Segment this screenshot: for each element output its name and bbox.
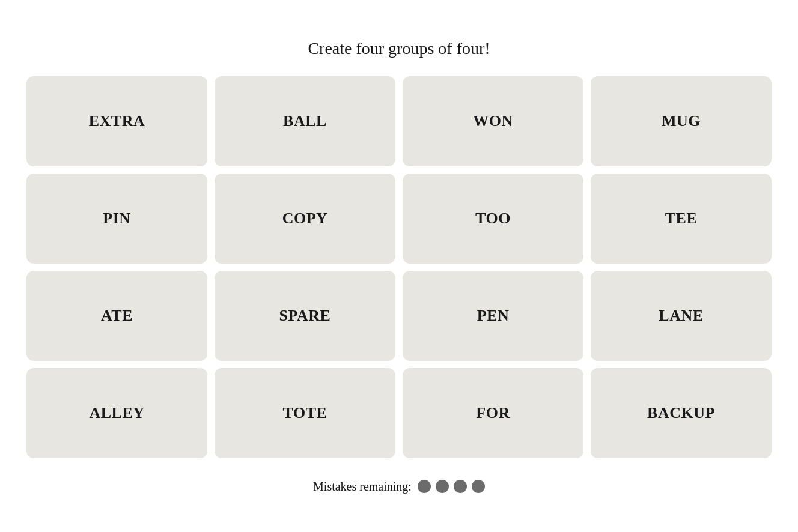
mistake-dot-4 [472,480,485,493]
tile-label-lane: LANE [659,307,703,325]
tile-backup[interactable]: BACKUP [591,368,772,458]
tile-label-too: TOO [475,210,511,228]
tile-label-for: FOR [476,404,510,422]
tile-ball[interactable]: BALL [215,76,395,166]
mistake-dot-1 [418,480,431,493]
tile-too[interactable]: TOO [403,174,583,264]
tile-label-extra: EXTRA [89,112,145,130]
tile-pin[interactable]: PIN [26,174,207,264]
tile-spare[interactable]: SPARE [215,271,395,361]
tile-ate[interactable]: ATE [26,271,207,361]
tile-lane[interactable]: LANE [591,271,772,361]
tile-label-tee: TEE [665,210,698,228]
tile-label-tote: TOTE [283,404,327,422]
game-grid: EXTRABALLWONMUGPINCOPYTOOTEEATESPAREPENL… [26,76,772,458]
page-title: Create four groups of four! [308,39,490,58]
mistakes-dots [418,480,485,493]
tile-mug[interactable]: MUG [591,76,772,166]
tile-tote[interactable]: TOTE [215,368,395,458]
tile-label-won: WON [473,112,513,130]
mistake-dot-3 [454,480,467,493]
mistakes-label: Mistakes remaining: [313,480,412,494]
mistakes-area: Mistakes remaining: [313,480,485,494]
tile-label-spare: SPARE [279,307,331,325]
tile-pen[interactable]: PEN [403,271,583,361]
tile-label-alley: ALLEY [89,404,144,422]
tile-label-mug: MUG [662,112,701,130]
tile-label-backup: BACKUP [647,404,715,422]
tile-label-pen: PEN [477,307,510,325]
tile-tee[interactable]: TEE [591,174,772,264]
mistake-dot-2 [436,480,449,493]
tile-copy[interactable]: COPY [215,174,395,264]
tile-label-copy: COPY [282,210,328,228]
tile-won[interactable]: WON [403,76,583,166]
tile-alley[interactable]: ALLEY [26,368,207,458]
tile-label-pin: PIN [103,210,130,228]
tile-label-ate: ATE [101,307,133,325]
tile-extra[interactable]: EXTRA [26,76,207,166]
tile-label-ball: BALL [283,112,327,130]
tile-for[interactable]: FOR [403,368,583,458]
